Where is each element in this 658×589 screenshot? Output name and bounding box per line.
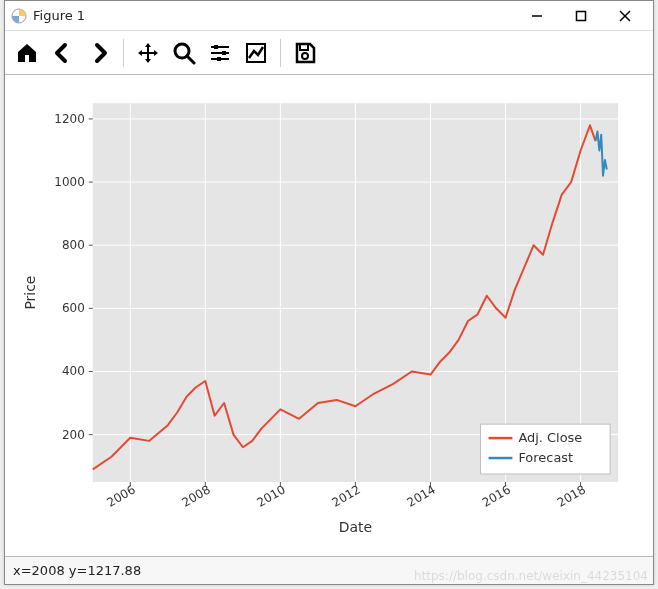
svg-point-15 — [302, 53, 308, 59]
svg-text:200: 200 — [62, 428, 85, 442]
svg-text:800: 800 — [62, 238, 85, 252]
svg-text:2008: 2008 — [179, 482, 212, 509]
zoom-button[interactable] — [168, 37, 200, 69]
sliders-icon — [208, 41, 232, 65]
svg-rect-8 — [214, 45, 218, 49]
legend-label: Adj. Close — [518, 430, 582, 445]
close-button[interactable] — [603, 2, 647, 30]
cursor-coords: x=2008 y=1217.88 — [13, 563, 141, 578]
svg-text:600: 600 — [62, 301, 85, 315]
svg-text:1000: 1000 — [54, 175, 84, 189]
save-button[interactable] — [289, 37, 321, 69]
chart-line-icon — [244, 41, 268, 65]
svg-rect-14 — [300, 44, 308, 50]
maximize-button[interactable] — [559, 2, 603, 30]
figure-window: Figure 1 — [4, 0, 654, 585]
svg-text:2018: 2018 — [555, 482, 588, 509]
zoom-icon — [172, 41, 196, 65]
toolbar-separator — [280, 39, 281, 67]
titlebar[interactable]: Figure 1 — [5, 1, 653, 31]
svg-rect-2 — [577, 11, 586, 20]
svg-line-6 — [187, 56, 194, 63]
plot-area[interactable]: 2006200820102012201420162018200400600800… — [15, 81, 643, 544]
svg-text:400: 400 — [62, 364, 85, 378]
svg-text:2006: 2006 — [104, 482, 137, 509]
chart-canvas: 2006200820102012201420162018200400600800… — [15, 81, 643, 544]
toolbar-separator — [123, 39, 124, 67]
svg-rect-10 — [222, 51, 226, 55]
minimize-button[interactable] — [515, 2, 559, 30]
svg-text:1200: 1200 — [54, 112, 84, 126]
home-icon — [15, 41, 39, 65]
pan-button[interactable] — [132, 37, 164, 69]
pan-icon — [136, 41, 160, 65]
y-axis-label: Price — [22, 276, 38, 310]
legend-label: Forecast — [518, 450, 573, 465]
svg-text:2016: 2016 — [480, 482, 513, 509]
statusbar: x=2008 y=1217.88 — [5, 556, 653, 584]
x-axis-label: Date — [339, 519, 372, 535]
forward-button[interactable] — [83, 37, 115, 69]
svg-text:2010: 2010 — [255, 482, 288, 509]
back-button[interactable] — [47, 37, 79, 69]
subplots-button[interactable] — [204, 37, 236, 69]
toolbar — [5, 31, 653, 75]
edit-axes-button[interactable] — [240, 37, 272, 69]
back-icon — [51, 41, 75, 65]
svg-rect-12 — [217, 57, 221, 61]
forward-icon — [87, 41, 111, 65]
app-icon — [11, 8, 27, 24]
svg-text:2014: 2014 — [405, 482, 438, 509]
home-button[interactable] — [11, 37, 43, 69]
svg-text:2012: 2012 — [330, 482, 363, 509]
save-icon — [293, 41, 317, 65]
window-title: Figure 1 — [33, 8, 85, 23]
